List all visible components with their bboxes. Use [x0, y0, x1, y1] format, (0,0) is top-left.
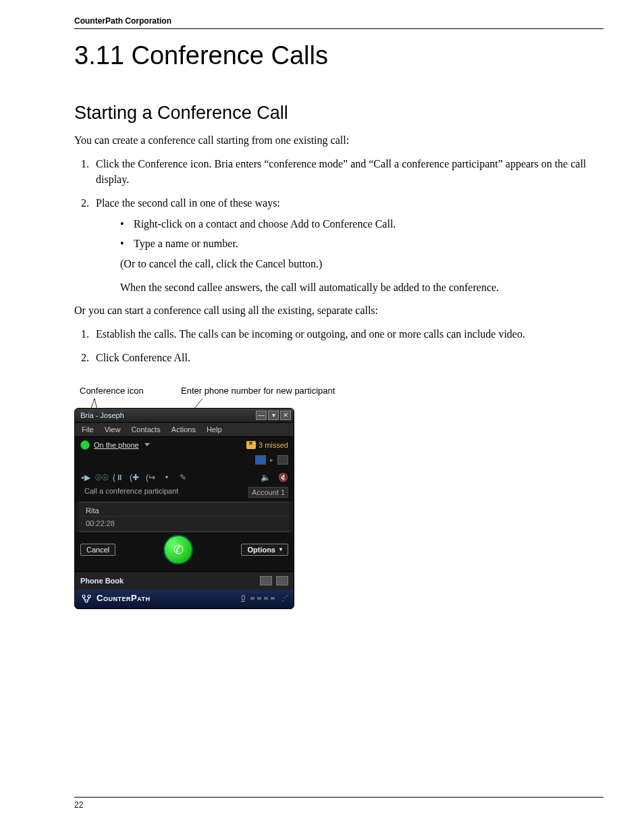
step2-2: Click Conference All.	[92, 350, 603, 365]
video-icon[interactable]: ▪▶	[80, 473, 91, 482]
options-dropdown-icon: ▾	[279, 546, 282, 552]
close-button[interactable]: ✕	[280, 411, 291, 420]
dialpad-toggle-icon[interactable]	[255, 455, 266, 465]
step-2-note-1: (Or to cancel the call, click the Cancel…	[120, 256, 603, 271]
missed-icon	[246, 441, 256, 449]
cancel-button[interactable]: Cancel	[80, 544, 115, 556]
menu-actions[interactable]: Actions	[171, 425, 196, 434]
page-footer: 22	[74, 797, 603, 810]
section-title: 3.11 Conference Calls	[74, 41, 603, 70]
toggle-arrow-icon: ▸	[270, 457, 273, 463]
svg-point-4	[88, 595, 90, 598]
phonebook-view2-icon[interactable]	[276, 576, 288, 585]
brand-status: 0 ⋰	[241, 594, 288, 602]
caller-name: Rita	[79, 502, 290, 517]
record-icon[interactable]: ✎	[178, 473, 188, 482]
bria-app-window: Bria - Joseph — ▾ ✕ File View Contacts A…	[74, 408, 294, 609]
menu-help[interactable]: Help	[207, 425, 222, 434]
speaker-icon[interactable]: 🔈	[260, 473, 271, 482]
dial-input[interactable]: Call a conference participant	[84, 487, 178, 498]
call-toolbar: ▪▶ ⦾⦾ (⏸ (✚ (↪ ▾ ✎ 🔈 🔇	[75, 469, 294, 485]
add-call-icon[interactable]: (✚	[129, 473, 140, 482]
options-label: Options	[247, 546, 275, 554]
active-call-panel: Rita 00:22:28	[79, 502, 290, 532]
resize-grip-icon[interactable]: ⋰	[281, 594, 288, 602]
svg-point-3	[82, 595, 85, 598]
page-number: 22	[74, 800, 83, 810]
menu-file[interactable]: File	[82, 425, 94, 434]
phonebook-bar[interactable]: Phone Book	[75, 571, 294, 590]
callout-enter-number: Enter phone number for new participant	[181, 386, 335, 396]
presence-row: On the phone 3 missed	[75, 437, 294, 453]
titlebar: Bria - Joseph — ▾ ✕	[75, 409, 294, 423]
menu-contacts[interactable]: Contacts	[131, 425, 160, 434]
brand-name: CounterPath	[97, 593, 150, 603]
intro-paragraph-2: Or you can start a conference call using…	[74, 303, 603, 318]
brand-logo-icon	[80, 592, 92, 604]
minimize-button[interactable]: —	[256, 411, 267, 420]
restore-button[interactable]: ▾	[268, 411, 279, 420]
window-title: Bria - Joseph	[78, 411, 124, 419]
call-controls: Cancel ✆ Options ▾	[75, 532, 294, 571]
transfer-dropdown-icon[interactable]: ▾	[161, 473, 172, 482]
transfer-icon[interactable]: (↪	[145, 473, 156, 482]
account-selector[interactable]: Account 1	[248, 487, 288, 498]
phonebook-label: Phone Book	[80, 577, 124, 585]
intro-paragraph: You can create a conference call startin…	[74, 133, 603, 148]
options-button[interactable]: Options ▾	[241, 544, 288, 556]
step-2: Place the second call in one of these wa…	[92, 195, 603, 295]
brand-count: 0	[241, 594, 245, 602]
missed-calls[interactable]: 3 missed	[246, 441, 288, 449]
call-timer: 00:22:28	[79, 517, 290, 531]
screenshot-figure: Conference icon Enter phone number for n…	[74, 386, 603, 609]
step-2-sub-1: Right-click on a contact and choose Add …	[120, 216, 603, 232]
dial-button[interactable]: ✆	[163, 535, 193, 565]
steps-list-1: Click the Conference icon. Bria enters “…	[74, 156, 603, 295]
branding-bar: CounterPath 0 ⋰	[75, 590, 294, 608]
conference-icon[interactable]: ⦾⦾	[97, 473, 107, 482]
step-2-note-2: When the second callee answers, the call…	[120, 280, 603, 295]
panel-toggle-icon[interactable]	[277, 455, 288, 465]
callout-conference-icon: Conference icon	[80, 386, 181, 396]
step-2-sub-2: Type a name or number.	[120, 236, 603, 251]
menubar: File View Contacts Actions Help	[75, 423, 294, 437]
meter-bar-4-icon	[271, 597, 275, 600]
running-header: CounterPath Corporation	[74, 16, 603, 29]
meter-bar-1-icon	[250, 597, 254, 600]
subsection-title: Starting a Conference Call	[74, 103, 603, 124]
presence-status[interactable]: On the phone	[94, 441, 139, 449]
steps-list-2: Establish the calls. The calls can be in…	[74, 326, 603, 365]
phonebook-view1-icon[interactable]	[260, 576, 272, 585]
meter-bar-3-icon	[264, 597, 268, 600]
meter-bar-2-icon	[257, 597, 261, 600]
step2-1: Establish the calls. The calls can be in…	[92, 326, 603, 342]
step-2-sublist: Right-click on a contact and choose Add …	[96, 216, 603, 251]
mute-icon[interactable]: 🔇	[277, 473, 288, 482]
missed-label: 3 missed	[259, 441, 288, 449]
hold-icon[interactable]: (⏸	[113, 473, 124, 482]
menu-view[interactable]: View	[105, 425, 121, 434]
dial-input-row: Call a conference participant Account 1	[75, 485, 294, 502]
phone-icon: ✆	[173, 542, 184, 557]
view-toggles: ▸	[75, 453, 294, 469]
presence-dropdown-icon[interactable]	[144, 443, 150, 446]
step-1: Click the Conference icon. Bria enters “…	[92, 156, 603, 187]
step-2-text: Place the second call in one of these wa…	[96, 197, 280, 209]
presence-icon	[80, 440, 90, 450]
